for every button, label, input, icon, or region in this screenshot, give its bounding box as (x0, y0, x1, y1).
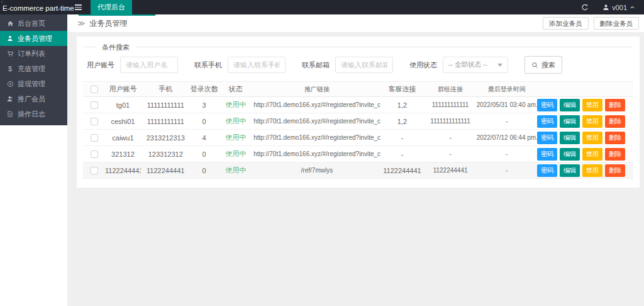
search-fieldset-divider: 条件搜索 (84, 47, 632, 47)
column-header-cs: 客服连接 (380, 84, 425, 94)
add-salesman-button[interactable]: 添加业务员 (543, 17, 589, 30)
content-card: 条件搜索 用户账号 联系手机 联系邮箱 使用状态 -- 全部状态 -- (77, 37, 640, 188)
cell-promo-link[interactable]: http://70t1.demo166.xyz/#/registered?inv… (253, 150, 380, 157)
email-input[interactable] (335, 57, 393, 73)
edit-button[interactable]: 编辑 (560, 164, 580, 177)
cell-login-count: 4 (191, 134, 218, 142)
cell-last-login: - (477, 150, 537, 157)
cell-login-count: 0 (191, 150, 218, 158)
sidebar-item-withdraw[interactable]: 提现管理 (0, 76, 67, 91)
cell-phone: 123312312 (141, 150, 191, 158)
disable-button[interactable]: 禁用 (582, 132, 602, 144)
cell-account: 1122244441 (105, 167, 141, 174)
breadcrumb-prefix-icon: ≫ (77, 19, 86, 28)
sidebar-item-salesman[interactable]: 业务员管理 (0, 31, 67, 46)
cell-account: ceshi01 (105, 118, 141, 125)
menu-icon[interactable] (75, 4, 82, 10)
cell-login-count: 3 (191, 101, 218, 109)
refresh-icon[interactable] (581, 4, 589, 11)
row-checkbox[interactable] (91, 167, 98, 174)
page-title: 业务员管理 (90, 18, 128, 29)
cell-cs-link: 1,2 (380, 101, 425, 109)
account-label: 用户账号 (87, 60, 114, 70)
sidebar-item-label: 订单列表 (18, 49, 45, 59)
delete-button[interactable]: 删除 (605, 99, 625, 111)
cell-phone: 11111111111 (141, 101, 191, 109)
password-button[interactable]: 密码 (537, 132, 557, 144)
disable-button[interactable]: 禁用 (582, 99, 602, 111)
sidebar-item-dashboard[interactable]: 后台首页 (0, 16, 67, 31)
column-header-status: 状态 (218, 84, 253, 94)
table-row: ceshi01 11111111111 0 使用中 http://70t1.de… (83, 113, 633, 130)
cell-status: 使用中 (218, 100, 253, 110)
chevron-up-icon (630, 4, 635, 10)
withdraw-icon (6, 80, 14, 88)
disable-button[interactable]: 禁用 (582, 148, 602, 161)
search-button-label: 搜索 (541, 60, 555, 70)
account-input[interactable] (120, 57, 178, 73)
search-icon (531, 62, 538, 69)
password-button[interactable]: 密码 (537, 99, 557, 111)
status-select-value: -- 全部状态 -- (448, 60, 487, 69)
search-button[interactable]: 搜索 (525, 56, 562, 74)
topbar-tab-agent-admin[interactable]: 代理后台 (91, 0, 132, 14)
cell-promo-link[interactable]: /ref/7mwlys (253, 167, 380, 174)
promote-icon (6, 95, 14, 103)
delete-button[interactable]: 删除 (605, 132, 625, 144)
cell-phone: 11111111111 (141, 118, 191, 125)
user-menu[interactable]: v001 (602, 4, 635, 11)
table-body: tg01 11111111111 3 使用中 http://70t1.demo1… (83, 97, 633, 179)
sidebar-item-label: 提现管理 (18, 79, 45, 89)
disable-button[interactable]: 禁用 (582, 164, 602, 177)
password-button[interactable]: 密码 (537, 148, 557, 161)
search-form: 用户账号 联系手机 联系邮箱 使用状态 -- 全部状态 -- (87, 56, 633, 74)
table-row: 1122244441 1122244441 0 使用中 /ref/7mwlys … (83, 162, 633, 179)
topbar-right: v001 (581, 4, 644, 11)
cell-cs-link: - (380, 134, 425, 142)
edit-button[interactable]: 编辑 (560, 115, 580, 128)
active-tab-indicator (79, 14, 155, 16)
edit-button[interactable]: 编辑 (560, 99, 580, 111)
cell-promo-link[interactable]: http://70t1.demo166.xyz/#/registered?inv… (253, 134, 380, 141)
logo-area: ° E-commerce part-time (0, 2, 67, 13)
delete-button[interactable]: 删除 (605, 164, 625, 177)
row-checkbox[interactable] (91, 118, 98, 125)
select-all-checkbox[interactable] (91, 86, 98, 93)
cell-cs-link: - (380, 150, 425, 158)
user-icon (602, 4, 609, 11)
row-checkbox[interactable] (91, 134, 98, 142)
logo-mark: ° (1, 1, 3, 4)
cell-promo-link[interactable]: http://70t1.demo166.xyz/#/registered?inv… (253, 101, 380, 108)
phone-input[interactable] (228, 57, 286, 73)
cell-account: 321312 (105, 150, 141, 158)
row-checkbox[interactable] (91, 101, 98, 109)
sidebar-item-label: 充值管理 (18, 64, 45, 74)
edit-button[interactable]: 编辑 (560, 148, 580, 161)
cell-group-link: 1111111111111 (425, 118, 477, 125)
cell-last-login: 2022/07/12 06:44 pm. (477, 134, 537, 141)
password-button[interactable]: 密码 (537, 115, 557, 128)
delete-salesman-button[interactable]: 删除业务员 (594, 17, 640, 30)
cell-group-link: - (425, 150, 477, 157)
table-row: caiwu1 2313212313 4 使用中 http://70t1.demo… (83, 130, 633, 146)
app-logo: E-commerce part-time (3, 4, 74, 12)
edit-button[interactable]: 编辑 (560, 132, 580, 144)
sidebar: 后台首页 业务员管理 订单列表 $ 充值管理 提现管理 推广会员 操作日志 (0, 14, 67, 125)
cell-group-link: 1122244441 (425, 167, 477, 174)
sidebar-item-promote[interactable]: 推广会员 (0, 91, 67, 106)
cell-account: caiwu1 (105, 134, 141, 142)
search-legend: 条件搜索 (96, 43, 136, 52)
sidebar-item-recharge[interactable]: $ 充值管理 (0, 61, 67, 76)
sidebar-item-logs[interactable]: 操作日志 (0, 106, 67, 122)
password-button[interactable]: 密码 (537, 164, 557, 177)
cell-login-count: 0 (191, 118, 218, 125)
delete-button[interactable]: 删除 (605, 115, 625, 128)
cell-promo-link[interactable]: http://70t1.demo166.xyz/#/registered?inv… (253, 118, 380, 125)
delete-button[interactable]: 删除 (605, 148, 625, 161)
status-select[interactable]: -- 全部状态 -- (443, 57, 508, 73)
cell-last-login: - (477, 167, 537, 174)
disable-button[interactable]: 禁用 (582, 115, 602, 128)
orders-icon (6, 50, 14, 57)
row-checkbox[interactable] (91, 150, 98, 158)
sidebar-item-orders[interactable]: 订单列表 (0, 46, 67, 61)
